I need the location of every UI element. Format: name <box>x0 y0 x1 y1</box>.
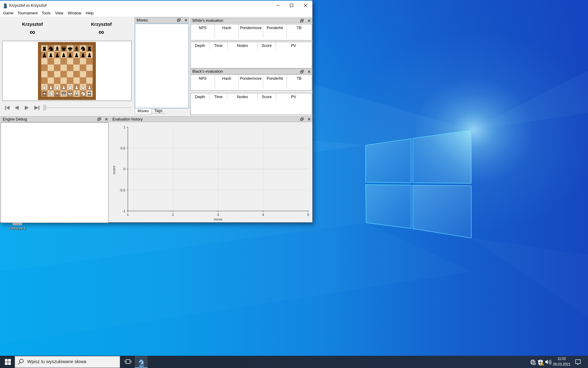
svg-text:c: c <box>57 98 58 99</box>
svg-text:h: h <box>89 43 90 45</box>
svg-text:c: c <box>57 43 58 45</box>
svg-text:score: score <box>112 166 116 174</box>
svg-text:d: d <box>63 43 64 45</box>
svg-text:move: move <box>214 217 222 221</box>
svg-text:0: 0 <box>123 167 125 171</box>
svg-text:1: 1 <box>123 125 125 129</box>
svg-text:-1: -1 <box>122 209 125 213</box>
svg-text:-0,5: -0,5 <box>119 188 126 192</box>
svg-text:4: 4 <box>262 213 264 217</box>
svg-text:3: 3 <box>217 213 219 217</box>
svg-text:g: g <box>83 43 83 45</box>
svg-text:5: 5 <box>307 213 309 217</box>
svg-text:d: d <box>63 98 64 99</box>
svg-text:2: 2 <box>172 213 174 217</box>
svg-text:0,5: 0,5 <box>121 146 126 150</box>
svg-text:g: g <box>83 98 83 99</box>
svg-text:h: h <box>89 98 90 99</box>
svg-text:1: 1 <box>127 213 129 217</box>
